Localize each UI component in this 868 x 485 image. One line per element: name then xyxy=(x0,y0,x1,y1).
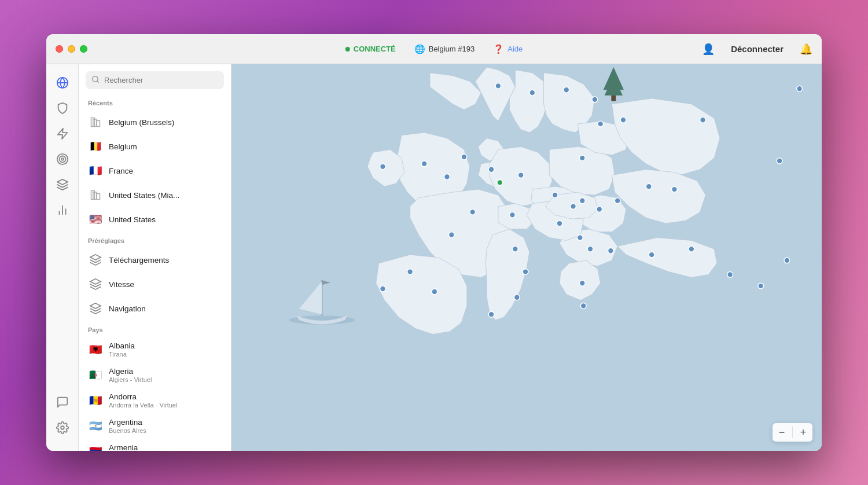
svg-point-26 xyxy=(380,164,386,170)
server-list-panel: Récents Belgium (Brussels) 🇧🇪 Belgium 🇫🇷 xyxy=(79,64,231,451)
zoom-controls: − + xyxy=(773,423,812,442)
country-info-armenia: Armenia Yerevan - Virtuel xyxy=(109,443,156,451)
svg-point-5 xyxy=(61,158,64,160)
disconnect-button[interactable]: Déconnecter xyxy=(724,41,790,57)
app-window: CONNECTÉ 🌐 Belgium #193 ❓ Aide 👤 Déconne… xyxy=(46,34,822,451)
svg-point-46 xyxy=(597,207,602,212)
zoom-in-button[interactable]: + xyxy=(794,423,812,442)
close-button[interactable] xyxy=(56,45,63,53)
svg-point-53 xyxy=(432,289,437,295)
svg-point-37 xyxy=(518,172,524,178)
sidebar-nav-layers[interactable] xyxy=(51,173,74,196)
svg-point-42 xyxy=(510,212,516,218)
maximize-button[interactable] xyxy=(80,45,87,53)
svg-point-34 xyxy=(700,117,706,123)
sidebar-nav-lightning[interactable] xyxy=(51,122,74,145)
svg-point-43 xyxy=(552,192,558,198)
svg-point-54 xyxy=(380,286,386,292)
search-input[interactable] xyxy=(104,76,218,84)
svg-point-59 xyxy=(672,186,678,192)
flag-argentina: 🇦🇷 xyxy=(88,418,103,433)
flag-us: 🇺🇸 xyxy=(88,212,103,227)
country-albania[interactable]: 🇦🇱 Albania Tirana xyxy=(79,337,231,362)
recent-item-us[interactable]: 🇺🇸 United States xyxy=(79,207,231,232)
help-link[interactable]: ❓ Aide xyxy=(493,44,523,54)
country-info-andorra: Andorra Andorra la Vella - Virtuel xyxy=(109,392,177,409)
status-label: CONNECTÉ xyxy=(354,45,396,53)
preset-telecharger[interactable]: Téléchargements xyxy=(79,248,231,272)
country-andorra[interactable]: 🇦🇩 Andorra Andorra la Vella - Virtuel xyxy=(79,388,231,413)
svg-point-44 xyxy=(579,198,585,204)
svg-marker-21 xyxy=(90,303,101,308)
titlebar-center: CONNECTÉ 🌐 Belgium #193 ❓ Aide xyxy=(345,44,523,54)
status-dot xyxy=(345,47,350,52)
countries-section-label: Pays xyxy=(79,321,231,337)
preset-icon-speed xyxy=(88,277,103,292)
svg-point-66 xyxy=(580,303,586,309)
svg-point-24 xyxy=(444,174,450,180)
recent-name-2: France xyxy=(109,167,133,175)
svg-point-52 xyxy=(407,269,413,275)
svg-point-41 xyxy=(448,232,454,238)
recent-name-3: United States (Mia... xyxy=(109,191,179,200)
svg-line-12 xyxy=(97,81,99,83)
preset-name-1: Vitesse xyxy=(109,280,134,289)
svg-point-48 xyxy=(557,221,562,226)
svg-point-4 xyxy=(59,156,65,163)
preset-name-0: Téléchargements xyxy=(109,256,169,264)
recents-section-label: Récents xyxy=(79,94,231,110)
country-algeria[interactable]: 🇩🇿 Algeria Algiers - Virtuel xyxy=(79,362,231,388)
zoom-out-button[interactable]: − xyxy=(773,423,791,442)
sidebar-nav-chart[interactable] xyxy=(51,199,74,222)
svg-rect-17 xyxy=(97,194,100,200)
flag-andorra: 🇦🇩 xyxy=(88,393,103,408)
svg-marker-2 xyxy=(57,128,67,139)
search-input-wrap[interactable] xyxy=(86,71,224,89)
svg-point-40 xyxy=(470,210,476,215)
preset-icon-dl xyxy=(88,252,103,267)
sidebar-nav-target[interactable] xyxy=(51,148,74,171)
country-armenia[interactable]: 🇦🇲 Armenia Yerevan - Virtuel xyxy=(79,439,231,451)
svg-point-63 xyxy=(758,283,764,289)
svg-point-45 xyxy=(571,204,576,210)
recent-item-us-miami[interactable]: United States (Mia... xyxy=(79,183,231,207)
sidebar-bottom xyxy=(51,391,74,444)
svg-point-25 xyxy=(461,154,467,160)
svg-marker-6 xyxy=(57,179,67,185)
building-icon xyxy=(88,115,103,130)
main-content: Récents Belgium (Brussels) 🇧🇪 Belgium 🇫🇷 xyxy=(46,64,822,451)
bell-icon[interactable]: 🔔 xyxy=(800,43,812,56)
sidebar-nav-globe[interactable] xyxy=(51,71,74,94)
svg-point-62 xyxy=(727,272,733,278)
sidebar-nav-settings[interactable] xyxy=(51,416,74,439)
preset-vitesse[interactable]: Vitesse xyxy=(79,272,231,296)
sidebar-nav-chat[interactable] xyxy=(51,391,74,414)
country-info-algeria: Algeria Algiers - Virtuel xyxy=(109,367,152,383)
recent-item-belgium-brussels[interactable]: Belgium (Brussels) xyxy=(79,110,231,134)
svg-point-49 xyxy=(577,235,583,241)
account-icon[interactable]: 👤 xyxy=(702,43,715,56)
svg-point-51 xyxy=(608,248,613,253)
minimize-button[interactable] xyxy=(68,45,75,53)
flag-armenia: 🇦🇲 xyxy=(88,444,103,451)
svg-point-23 xyxy=(421,161,427,167)
recent-item-france[interactable]: 🇫🇷 France xyxy=(79,159,231,183)
flag-france: 🇫🇷 xyxy=(88,163,103,178)
preset-navigation[interactable]: Navigation xyxy=(79,296,231,321)
search-bar xyxy=(79,64,231,94)
country-info-argentina: Argentina Buenos Aires xyxy=(109,418,146,434)
svg-point-35 xyxy=(777,158,782,164)
flag-belgium: 🇧🇪 xyxy=(88,139,103,154)
svg-point-28 xyxy=(529,90,535,95)
server-info: 🌐 Belgium #193 xyxy=(414,44,475,54)
svg-point-47 xyxy=(615,198,620,204)
presets-section-label: Préréglages xyxy=(79,232,231,248)
svg-point-39 xyxy=(497,179,503,185)
recent-item-belgium[interactable]: 🇧🇪 Belgium xyxy=(79,134,231,159)
country-argentina[interactable]: 🇦🇷 Argentina Buenos Aires xyxy=(79,413,231,439)
search-icon xyxy=(91,75,100,85)
country-info-albania: Albania Tirana xyxy=(109,341,135,358)
zoom-divider xyxy=(792,427,793,438)
recent-name-1: Belgium xyxy=(109,142,137,151)
sidebar-nav-shield[interactable] xyxy=(51,97,74,120)
